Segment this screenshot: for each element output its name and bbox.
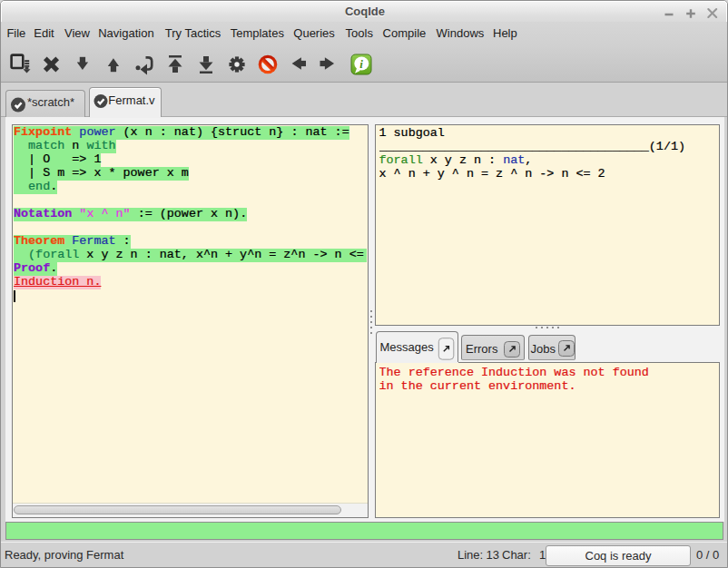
svg-text:i: i	[359, 57, 363, 71]
